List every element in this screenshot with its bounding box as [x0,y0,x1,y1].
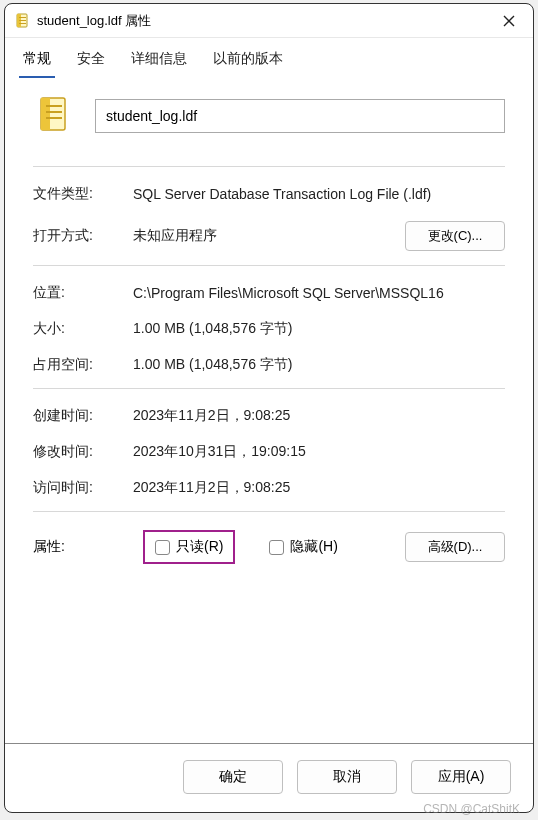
disk-row: 占用空间: 1.00 MB (1,048,576 字节) [33,356,505,374]
svg-rect-7 [46,105,62,107]
tab-content: 文件类型: SQL Server Database Transaction Lo… [5,78,533,743]
readonly-label: 只读(R) [176,538,223,556]
openwith-row: 打开方式: 未知应用程序 更改(C)... [33,221,505,251]
watermark: CSDN @CatShitK [423,802,520,816]
divider [33,166,505,167]
accessed-label: 访问时间: [33,479,133,497]
file-type-icon [37,96,73,136]
advanced-button[interactable]: 高级(D)... [405,532,505,562]
filename-input[interactable] [95,99,505,133]
disk-label: 占用空间: [33,356,133,374]
readonly-checkbox[interactable]: 只读(R) [155,538,223,556]
disk-value: 1.00 MB (1,048,576 字节) [133,356,505,374]
filetype-row: 文件类型: SQL Server Database Transaction Lo… [33,185,505,203]
change-button[interactable]: 更改(C)... [405,221,505,251]
checkbox-icon [155,540,170,555]
tab-previous-versions[interactable]: 以前的版本 [209,44,287,78]
filetype-label: 文件类型: [33,185,133,203]
svg-rect-8 [46,111,62,113]
accessed-value: 2023‎年‎11‎月‎2‎日，‏‎9:08:25 [133,479,505,497]
svg-rect-9 [46,117,62,119]
attributes-row: 属性: 只读(R) 隐藏(H) 高级(D)... [33,530,505,564]
modified-row: 修改时间: 2023‎年‎10‎月‎31‎日，‏‎19:09:15 [33,443,505,461]
titlebar: student_log.ldf 属性 [5,4,533,38]
size-value: 1.00 MB (1,048,576 字节) [133,320,505,338]
svg-rect-4 [19,23,26,24]
svg-rect-3 [19,20,26,21]
openwith-value: 未知应用程序 [133,227,405,245]
cancel-button[interactable]: 取消 [297,760,397,794]
window-title: student_log.ldf 属性 [37,12,495,30]
size-label: 大小: [33,320,133,338]
tab-general[interactable]: 常规 [19,44,55,78]
hidden-label: 隐藏(H) [290,538,337,556]
svg-rect-6 [41,98,50,130]
readonly-highlight: 只读(R) [143,530,235,564]
created-label: 创建时间: [33,407,133,425]
hidden-checkbox[interactable]: 隐藏(H) [269,538,337,556]
tab-security[interactable]: 安全 [73,44,109,78]
checkbox-icon [269,540,284,555]
file-header [33,96,505,136]
file-icon [15,13,31,29]
tab-strip: 常规 安全 详细信息 以前的版本 [5,38,533,78]
properties-dialog: student_log.ldf 属性 常规 安全 详细信息 以前的版本 [4,3,534,813]
divider [33,388,505,389]
ok-button[interactable]: 确定 [183,760,283,794]
close-button[interactable] [495,7,523,35]
openwith-label: 打开方式: [33,227,133,245]
modified-label: 修改时间: [33,443,133,461]
modified-value: 2023‎年‎10‎月‎31‎日，‏‎19:09:15 [133,443,505,461]
divider [33,265,505,266]
divider [33,511,505,512]
location-label: 位置: [33,284,133,302]
created-value: 2023‎年‎11‎月‎2‎日，‏‎9:08:25 [133,407,505,425]
created-row: 创建时间: 2023‎年‎11‎月‎2‎日，‏‎9:08:25 [33,407,505,425]
location-value: C:\Program Files\Microsoft SQL Server\MS… [133,285,505,301]
accessed-row: 访问时间: 2023‎年‎11‎月‎2‎日，‏‎9:08:25 [33,479,505,497]
apply-button[interactable]: 应用(A) [411,760,511,794]
size-row: 大小: 1.00 MB (1,048,576 字节) [33,320,505,338]
attributes-label: 属性: [33,538,133,556]
tab-details[interactable]: 详细信息 [127,44,191,78]
svg-rect-2 [19,17,26,18]
location-row: 位置: C:\Program Files\Microsoft SQL Serve… [33,284,505,302]
filetype-value: SQL Server Database Transaction Log File… [133,186,505,202]
